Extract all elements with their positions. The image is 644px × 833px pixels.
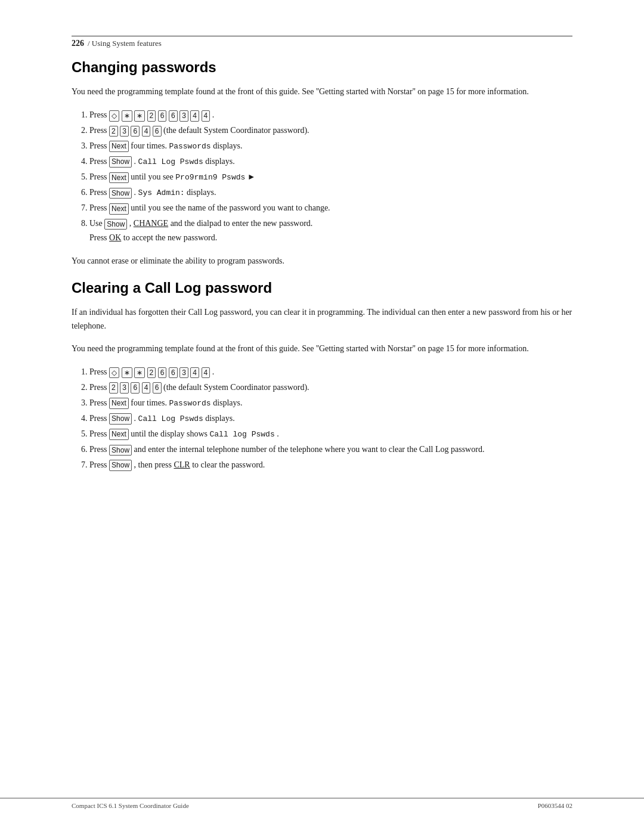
key-star2: ∗ <box>134 110 145 122</box>
s2-step4-middle: . <box>134 414 138 423</box>
step8-text-after: and the dialpad to enter the new passwor… <box>171 219 313 228</box>
key-6b: 6 <box>169 110 178 122</box>
s2-step2-before: Press <box>89 383 109 392</box>
step-2: Press 2 3 6 4 6 (the default System Coor… <box>89 123 572 138</box>
header-bar: 226 / Using System features <box>72 36 572 48</box>
s2-key-show-6: Show <box>109 445 132 456</box>
s2-step5-before: Press <box>89 429 109 438</box>
step4-text-middle: . <box>134 157 138 166</box>
s2-key-star2: ∗ <box>134 367 145 379</box>
step3-text-middle: four times. <box>131 141 169 150</box>
s2-key-4a: 4 <box>190 367 199 379</box>
key-next-5: Next <box>109 172 129 184</box>
header-section: / Using System features <box>88 39 162 48</box>
section2-intro1: If an individual has forgotten their Cal… <box>72 306 572 333</box>
key-3a: 3 <box>179 110 188 122</box>
s2-key-2a: 2 <box>147 367 156 379</box>
s2-step4-mono: Call Log Pswds <box>138 414 203 423</box>
footer-right: P0603544 02 <box>538 802 572 809</box>
step6-text-middle: . <box>134 188 138 197</box>
s2-step4-after: displays. <box>205 414 234 423</box>
section2-title: Clearing a Call Log password <box>72 280 572 296</box>
key-star1: ∗ <box>122 110 132 122</box>
key-6a: 6 <box>158 110 167 122</box>
step-3: Press Next four times. Passwords display… <box>89 139 572 153</box>
s2-key-2b: 2 <box>109 382 118 394</box>
s2-key-star1: ∗ <box>122 367 132 379</box>
step8-underline: CHANGE <box>134 219 168 228</box>
s2-step6-after: and enter the internal telephone number … <box>134 445 485 454</box>
key-show-4: Show <box>109 156 132 168</box>
page-number: 226 <box>72 39 84 48</box>
s2-step3-mono: Passwords <box>169 399 210 408</box>
step-8: Use Show , CHANGE and the dialpad to ent… <box>89 216 572 245</box>
s2-step3-before: Press <box>89 398 109 407</box>
step5-text-middle: until you see <box>131 172 175 181</box>
s2-step-2: Press 2 3 6 4 6 (the default System Coor… <box>89 380 572 395</box>
s2-step2-after: (the default System Coordinator password… <box>163 383 309 392</box>
step6-text-after: displays. <box>187 188 216 197</box>
step2-text-after: (the default System Coordinator password… <box>163 126 309 135</box>
s2-step-1: Press ◇ ∗ ∗ 2 6 6 3 4 4 . <box>89 365 572 379</box>
s2-key-3a: 3 <box>179 367 188 379</box>
key-feature: ◇ <box>109 110 119 122</box>
s2-step7-middle: , then press <box>134 460 174 469</box>
step5-arrow: ► <box>247 172 256 181</box>
s2-key-next-3: Next <box>109 398 129 409</box>
step8-text-before: Use <box>89 219 104 228</box>
s2-step1-after: . <box>212 367 215 376</box>
step3-text-after: displays. <box>213 141 242 150</box>
step-6: Press Show . Sys Admin: displays. <box>89 185 572 200</box>
s2-step-4: Press Show . Call Log Pswds displays. <box>89 411 572 426</box>
s2-step7-before: Press <box>89 460 109 469</box>
s2-step5-middle: until the display shows <box>131 429 209 438</box>
s2-step1-before: Press <box>89 367 109 376</box>
s2-step6-before: Press <box>89 445 109 454</box>
s2-key-4b: 4 <box>202 367 210 379</box>
step3-text-before: Press <box>89 141 109 150</box>
key-next-3: Next <box>109 141 129 152</box>
footer: Compact ICS 6.1 System Coordinator Guide… <box>0 798 644 809</box>
s2-key-6a: 6 <box>158 367 167 379</box>
s2-step5-mono: Call log Pswds <box>209 430 274 439</box>
section2-intro2: You need the programming template found … <box>72 342 572 355</box>
step4-text-after: displays. <box>205 157 234 166</box>
key-show-8: Show <box>104 219 127 230</box>
step7-text-before: Press <box>89 203 109 212</box>
key-6d: 6 <box>153 126 162 137</box>
step3-mono: Passwords <box>169 142 210 151</box>
step-4: Press Show . Call Log Pswds displays. <box>89 154 572 169</box>
step1-text-before: Press <box>89 110 109 119</box>
s2-step3-middle: four times. <box>131 398 169 407</box>
step1-text-after: . <box>212 110 215 119</box>
s2-step-3: Press Next four times. Passwords display… <box>89 396 572 410</box>
section1-note: You cannot erase or eliminate the abilit… <box>72 255 572 268</box>
footer-left: Compact ICS 6.1 System Coordinator Guide <box>72 802 189 809</box>
step4-mono: Call Log Pswds <box>138 157 203 166</box>
s2-step3-after: displays. <box>213 398 242 407</box>
key-3b: 3 <box>120 126 129 137</box>
key-6c: 6 <box>131 126 140 137</box>
s2-step-7: Press Show , then press CLR to clear the… <box>89 458 572 472</box>
key-2a: 2 <box>147 110 156 122</box>
s2-key-4c: 4 <box>142 382 151 394</box>
key-4a: 4 <box>190 110 199 122</box>
s2-key-6d: 6 <box>153 382 162 394</box>
step6-mono: Sys Admin: <box>138 188 185 197</box>
step8-line2-before: Press <box>89 233 109 242</box>
s2-step-6: Press Show and enter the internal teleph… <box>89 442 572 457</box>
section1-title: Changing passwords <box>72 59 572 76</box>
key-next-7: Next <box>109 203 129 215</box>
step7-text-after: until you see the name of the password y… <box>131 203 330 212</box>
s2-step7-after: to clear the password. <box>192 460 265 469</box>
step5-mono: Pro9rmin9 Pswds <box>175 173 245 182</box>
s2-key-feature: ◇ <box>109 367 119 379</box>
step-1: Press ◇ ∗ ∗ 2 6 6 3 4 4 . <box>89 108 572 122</box>
s2-step5-after: . <box>277 429 279 438</box>
step8-line2-after: to accept the new password. <box>123 233 217 242</box>
step-5: Press Next until you see Pro9rmin9 Pswds… <box>89 170 572 184</box>
s2-key-show-7: Show <box>109 460 132 471</box>
s2-key-show-4: Show <box>109 413 132 425</box>
step6-text-before: Press <box>89 188 109 197</box>
s2-step-5: Press Next until the display shows Call … <box>89 427 572 441</box>
